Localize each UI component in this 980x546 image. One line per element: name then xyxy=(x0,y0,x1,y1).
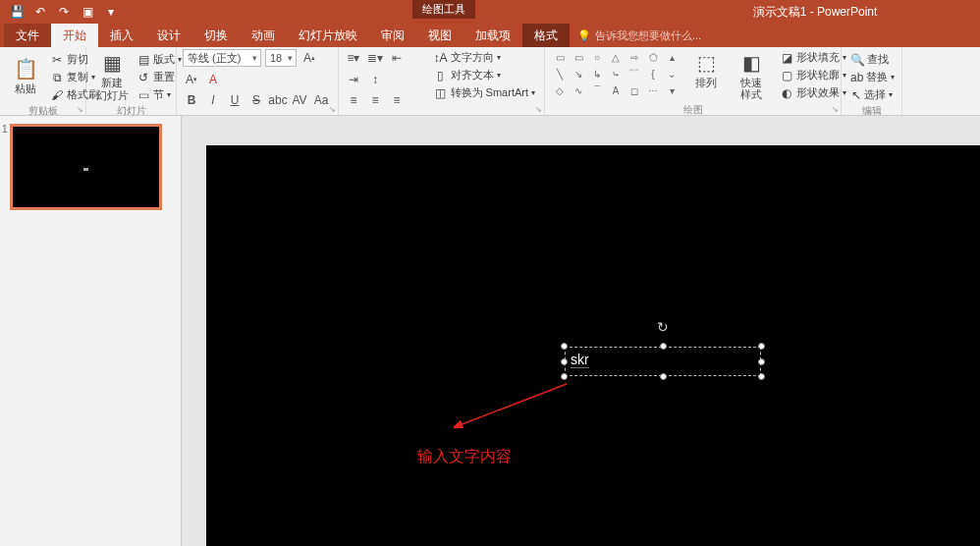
shape-effects-button[interactable]: ◐形状效果▾ xyxy=(777,84,849,101)
shape-poly-icon[interactable]: ◇ xyxy=(551,82,569,98)
tab-insert[interactable]: 插入 xyxy=(98,24,145,47)
decrease-indent-button[interactable]: ⇤ xyxy=(388,49,406,67)
tab-slideshow[interactable]: 幻灯片放映 xyxy=(287,24,369,47)
tab-transitions[interactable]: 切换 xyxy=(192,24,240,47)
paragraph-launcher-icon[interactable]: ↘ xyxy=(535,105,542,114)
shape-rect2-icon[interactable]: ▭ xyxy=(570,49,587,65)
align-right-button[interactable]: ≡ xyxy=(388,91,406,109)
text-direction-button[interactable]: ↕A文字方向▾ xyxy=(431,49,538,66)
tab-addins[interactable]: 加载项 xyxy=(463,24,522,47)
shape-circle-icon[interactable]: ○ xyxy=(588,49,606,65)
resize-handle-bm[interactable] xyxy=(660,373,667,380)
increase-indent-button[interactable]: ⇥ xyxy=(345,71,362,88)
text-box[interactable]: ↻ skr xyxy=(565,347,761,376)
clipboard-launcher-icon[interactable]: ↘ xyxy=(77,105,83,114)
shape-callout-icon[interactable]: ◻ xyxy=(626,82,643,98)
smartart-icon: ◫ xyxy=(434,86,448,100)
font-name-select[interactable]: 等线 (正文) xyxy=(183,49,261,67)
tab-review[interactable]: 审阅 xyxy=(369,24,416,47)
slides-group-label: 幻灯片 xyxy=(92,103,170,119)
shape-up-icon[interactable]: ▴ xyxy=(663,49,681,65)
shape-scroll-icon[interactable]: ⌄ xyxy=(663,66,681,82)
arrange-icon: ⬚ xyxy=(697,51,716,75)
numbering-button[interactable]: ≣▾ xyxy=(366,49,384,67)
shape-outline-button[interactable]: ▢形状轮廓▾ xyxy=(777,67,849,83)
shape-line-icon[interactable]: ╲ xyxy=(551,66,569,82)
resize-handle-tm[interactable] xyxy=(660,343,667,350)
drawing-tools-label: 绘图工具 xyxy=(412,0,475,19)
shape-free-icon[interactable]: ∿ xyxy=(570,82,587,98)
resize-handle-br[interactable] xyxy=(758,373,765,380)
shape-star-icon[interactable]: ⬠ xyxy=(644,49,662,65)
drawing-launcher-icon[interactable]: ↘ xyxy=(832,105,839,114)
rotate-handle-icon[interactable]: ↻ xyxy=(657,319,669,335)
resize-handle-ml[interactable] xyxy=(561,358,568,365)
tab-home[interactable]: 开始 xyxy=(51,24,98,47)
paste-button[interactable]: 📋 粘贴 xyxy=(6,49,45,103)
align-text-button[interactable]: ▯对齐文本▾ xyxy=(431,67,538,83)
resize-handle-tr[interactable] xyxy=(758,343,765,350)
outline-icon: ▢ xyxy=(780,69,793,82)
save-icon[interactable]: 💾 xyxy=(6,2,27,22)
tell-me-search[interactable]: 💡 告诉我您想要做什么... xyxy=(577,24,701,47)
new-slide-label: 新建 幻灯片 xyxy=(96,77,129,100)
bold-button[interactable]: B xyxy=(183,91,200,109)
slide-thumbnail-1[interactable] xyxy=(10,124,162,210)
font-size-select[interactable]: 18 xyxy=(265,49,297,67)
convert-smartart-button[interactable]: ◫转换为 SmartArt▾ xyxy=(431,84,538,101)
shape-more-icon[interactable]: ⋯ xyxy=(644,82,662,98)
italic-button[interactable]: I xyxy=(204,91,222,109)
resize-handle-tl[interactable] xyxy=(561,343,568,350)
undo-icon[interactable]: ↶ xyxy=(29,2,51,22)
resize-handle-mr[interactable] xyxy=(758,358,765,365)
shape-text-icon[interactable]: A xyxy=(607,82,625,98)
change-case-button[interactable]: Aa xyxy=(312,91,330,109)
tab-design[interactable]: 设计 xyxy=(145,24,192,47)
tab-view[interactable]: 视图 xyxy=(416,24,463,47)
shape-brace-icon[interactable]: { xyxy=(644,66,662,82)
window-title: 演示文稿1 - PowerPoint xyxy=(753,4,878,21)
char-spacing-button[interactable]: AV xyxy=(291,91,308,109)
shape-conn2-icon[interactable]: ⤷ xyxy=(607,66,625,82)
tab-file[interactable]: 文件 xyxy=(4,24,51,47)
font-launcher-icon[interactable]: ↘ xyxy=(329,105,336,114)
slide-thumbnails-panel[interactable]: 1 xyxy=(0,116,182,546)
align-left-button[interactable]: ≡ xyxy=(345,91,362,109)
align-center-button[interactable]: ≡ xyxy=(366,91,384,109)
replace-button[interactable]: ab替换▾ xyxy=(847,69,896,85)
shape-arrow-icon[interactable]: ⇨ xyxy=(626,49,643,65)
tab-format[interactable]: 格式 xyxy=(522,24,570,47)
shape-fill-button[interactable]: ◪形状填充▾ xyxy=(777,49,849,66)
start-slideshow-icon[interactable]: ▣ xyxy=(77,2,98,22)
arrange-button[interactable]: ⬚排列 xyxy=(686,49,726,90)
increase-font-icon[interactable]: A▴ xyxy=(300,49,318,67)
clear-format-icon[interactable]: A xyxy=(204,71,222,88)
shadow-button[interactable]: abc xyxy=(269,91,287,109)
select-button[interactable]: ↖选择▾ xyxy=(847,86,896,103)
shape-curve-icon[interactable]: ﹋ xyxy=(626,66,643,82)
resize-handle-bl[interactable] xyxy=(561,373,568,380)
new-slide-button[interactable]: ▦ 新建 幻灯片 xyxy=(92,49,132,103)
shape-arc-icon[interactable]: ⌒ xyxy=(588,82,606,98)
scissors-icon: ✂ xyxy=(50,53,64,67)
shapes-gallery[interactable]: ▭▭○△⇨⬠▴ ╲↘↳⤷﹋{⌄ ◇∿⌒A◻⋯▾ xyxy=(551,49,681,98)
qat-customize-icon[interactable]: ▾ xyxy=(100,2,122,22)
brush-icon: 🖌 xyxy=(50,88,64,102)
find-button[interactable]: 🔍查找 xyxy=(847,51,896,68)
bullets-button[interactable]: ≡▾ xyxy=(345,49,362,67)
slide-canvas[interactable]: ↻ skr 输入文字内容 xyxy=(206,145,980,546)
text-box-content[interactable]: skr xyxy=(571,352,589,368)
shape-line2-icon[interactable]: ↘ xyxy=(570,66,587,82)
shape-rect-icon[interactable]: ▭ xyxy=(551,49,569,65)
underline-button[interactable]: U xyxy=(226,91,244,109)
shape-down-icon[interactable]: ▾ xyxy=(663,82,681,98)
decrease-font-icon[interactable]: A▾ xyxy=(183,71,200,88)
redo-icon[interactable]: ↷ xyxy=(53,2,75,22)
shape-conn-icon[interactable]: ↳ xyxy=(588,66,606,82)
strikethrough-button[interactable]: S xyxy=(247,91,265,109)
slide-editor[interactable]: ↻ skr 输入文字内容 xyxy=(182,116,980,546)
line-spacing-button[interactable]: ↕ xyxy=(366,71,384,88)
tab-animations[interactable]: 动画 xyxy=(240,24,287,47)
quick-styles-button[interactable]: ◧快速样式 xyxy=(732,49,771,102)
shape-triangle-icon[interactable]: △ xyxy=(607,49,625,65)
